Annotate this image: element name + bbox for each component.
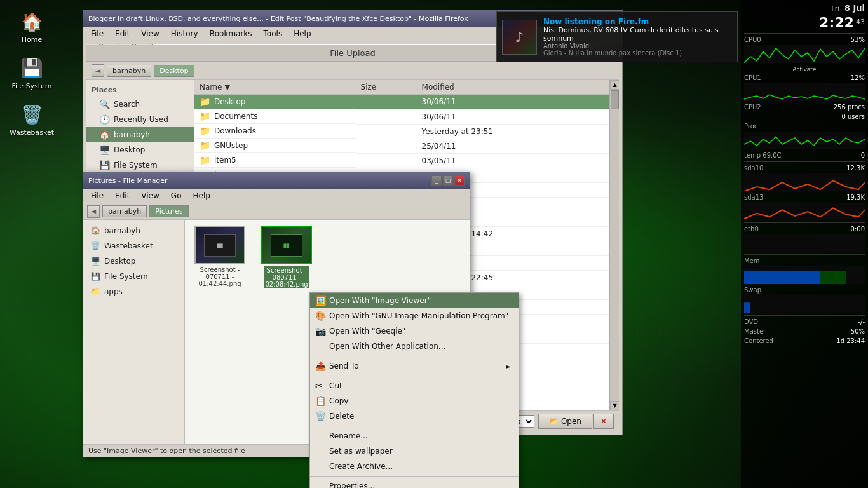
scroll-up-btn[interactable]: ▲ [610,80,619,90]
desktop-folder-icon: 🖥️ [99,145,110,155]
sda10-label: sda10 [744,165,782,172]
folder-icon: 📁 [200,140,210,151]
ctx-copy[interactable]: 📋 Copy [310,393,519,409]
pfm-sidebar-apps[interactable]: 📁 apps [83,284,184,299]
cpu2-label: CPU2 [744,104,782,111]
ctx-sep-2 [310,376,519,376]
cpu0-value: 53% [851,36,865,43]
recent-icon: 🕐 [99,114,110,125]
breadcrumb-barnabyh[interactable]: barnabyh [107,65,151,77]
breadcrumb-desktop[interactable]: Desktop [154,65,194,77]
thumb-content-1: ██ [196,227,244,263]
cpu1-graph [744,83,865,101]
pfm-file-grid: ██ Screenshot -070711 -01:42:44.png ▉▉ [191,226,463,288]
firefox-menu-edit[interactable]: Edit [110,28,135,39]
wastebasket-icon: 🗑️ [19,102,44,127]
scroll-thumb[interactable] [611,90,619,109]
sidebar-barnabyh[interactable]: 🏠 barnabyh [86,127,194,142]
eth0-label: eth0 [744,226,782,233]
temp-label: temp 69.0C [744,152,782,159]
desktop-icon-home[interactable]: 🏠 Home [6,6,57,46]
table-row[interactable]: 📁Desktop30/06/11 [194,95,609,110]
pfm-sidebar-desktop[interactable]: 🖥️ Desktop [83,254,184,269]
file-name: Desktop [214,97,246,106]
desktop-icon-wastebasket[interactable]: 🗑️ Wastebasket [6,99,57,139]
ctx-properties[interactable]: Properties... [310,478,519,488]
send-to-icon: 📤 [315,361,326,371]
ctx-cut[interactable]: ✂️ Cut [310,378,519,393]
pfm-menu-edit[interactable]: Edit [110,190,135,201]
upload-back-btn[interactable]: ◄ [92,64,104,77]
proc-label: Proc [744,123,782,130]
pfm-menu-go[interactable]: Go [166,190,187,201]
scroll-down-btn[interactable]: ▼ [610,401,619,410]
sidebar-desktop[interactable]: 🖥️ Desktop [86,142,194,158]
folder-icon: 📁 [200,155,210,165]
pfm-menu-file[interactable]: File [86,190,109,201]
pfm-close-btn[interactable]: ✕ [454,175,465,186]
filesystem-icon-label: File System [12,82,52,90]
svg-rect-1 [820,271,846,284]
pfm-sidebar-barnabyh[interactable]: 🏠 barnabyh [83,223,184,238]
pfm-minimize-btn[interactable]: _ [431,175,442,186]
ctx-open-geeqie[interactable]: 📷 Open With "Geeqie" [310,323,519,339]
sidebar-search[interactable]: 🔍 Search [86,97,194,112]
ctx-create-archive[interactable]: Create Archive... [310,459,519,474]
file-name: Downloads [214,126,256,135]
firefox-menu-tools[interactable]: Tools [259,28,288,39]
cpu1-value: 12% [851,74,865,81]
thumb-content-2: ▉▉ [262,227,311,263]
ctx-open-gimp[interactable]: 🎨 Open With "GNU Image Manipulation Prog… [310,308,519,323]
ctx-open-image-viewer[interactable]: 🖼️ Open With "Image Viewer" [310,293,519,308]
pfm-item-screenshot1[interactable]: ██ Screenshot -070711 -01:42:44.png [191,226,248,288]
pfm-breadcrumb-pictures[interactable]: Pictures [149,205,189,217]
music-composer: Antonio Vivaldi [543,43,732,50]
pfm-maximize-btn[interactable]: □ [443,175,453,186]
centered-value: 1d 23:44 [836,337,865,344]
filesystem-icon: 💾 [19,55,44,81]
pfm-back-btn[interactable]: ◄ [87,205,100,218]
open-button[interactable]: 📂 Open [538,414,592,429]
file-size [356,95,417,110]
firefox-menu-file[interactable]: File [86,28,109,39]
desktop-icon-filesystem[interactable]: 💾 File System [6,53,57,93]
firefox-menu-bookmarks[interactable]: Bookmarks [205,28,257,39]
pfm-sidebar-wastebasket[interactable]: 🗑️ Wastebasket [83,238,184,254]
temp-value: 0 [861,152,865,159]
pfm-wastebasket-label: Wastebasket [104,241,153,250]
firefox-menu-history[interactable]: History [166,28,203,39]
ctx-delete[interactable]: 🗑️ Delete [310,409,519,424]
pfm-filesystem-icon: 💾 [91,272,100,281]
firefox-menu-view[interactable]: View [136,28,164,39]
table-row[interactable]: 📁GNUstep25/04/11 [194,139,609,153]
seconds-display: 43 [856,18,865,26]
context-menu: 🖼️ Open With "Image Viewer" 🎨 Open With … [309,292,519,488]
file-size [356,139,417,153]
music-notification: ♪ Now listening on Fire.fm Nisi Dominus,… [496,11,738,62]
copy-icon: 📋 [315,396,326,406]
ctx-set-wallpaper[interactable]: Set as wallpaper [310,444,519,459]
pfm-sidebar-filesystem[interactable]: 💾 File System [83,269,184,284]
swap-graph [744,295,865,313]
cancel-button[interactable]: ✕ [593,414,614,429]
ctx-open-other[interactable]: Open With Other Application... [310,339,519,354]
sidebar-recently-used[interactable]: 🕐 Recently Used [86,112,194,127]
file-name: Documents [214,112,257,121]
ctx-send-to[interactable]: 📤 Send To ► [310,358,519,374]
pfm-menu-help[interactable]: Help [187,190,215,201]
sidebar-desktop-label: Desktop [114,146,146,154]
scroll-track [610,90,619,401]
sidebar-filesystem[interactable]: 💾 File System [86,158,194,173]
pfm-breadcrumb-barnabyh[interactable]: barnabyh [102,205,147,217]
pfm-menu-view[interactable]: View [136,190,164,201]
table-row[interactable]: 📁item503/05/11 [194,153,609,168]
table-row[interactable]: 📁Documents30/06/11 [194,109,609,124]
gimp-icon: 🎨 [315,311,326,321]
file-list-scrollbar[interactable]: ▲ ▼ [609,80,619,410]
ctx-rename[interactable]: Rename... [310,428,519,444]
pfm-item-screenshot2[interactable]: ▉▉ Screenshot -080711 -02:08:42.png [258,226,315,288]
table-row[interactable]: 📁DownloadsYesterday at 23:51 [194,124,609,139]
sda13-value: 19.3K [846,194,865,201]
sidebar-filesystem-label: File System [114,161,158,170]
firefox-menu-help[interactable]: Help [288,28,316,39]
